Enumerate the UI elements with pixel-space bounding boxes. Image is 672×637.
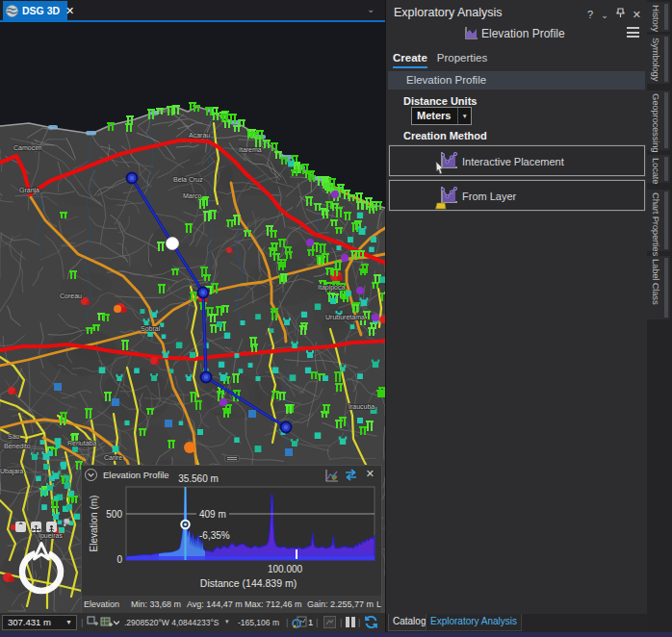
svg-text:Bela Cruz: Bela Cruz	[173, 176, 203, 183]
svg-text:Benedito: Benedito	[4, 443, 31, 449]
svg-text:Uruburetama: Uruburetama	[325, 314, 365, 320]
svg-text:100.000: 100.000	[268, 564, 303, 574]
svg-text:Marco: Marco	[183, 192, 202, 199]
svg-text:Acarau: Acarau	[189, 132, 210, 139]
svg-text:Granja: Granja	[19, 187, 39, 194]
svg-text:500: 500	[106, 509, 122, 520]
svg-text:Iraucuba: Iraucuba	[349, 403, 375, 410]
svg-text:Distance (144.839 m): Distance (144.839 m)	[200, 577, 297, 589]
svg-text:Camocim: Camocim	[13, 144, 42, 151]
svg-text:409 m: 409 m	[199, 509, 226, 520]
svg-text:Sao: Sao	[8, 433, 20, 440]
svg-text:Ubajara: Ubajara	[0, 468, 24, 475]
svg-text:Reriutaba: Reriutaba	[67, 440, 96, 446]
svg-text:-6,35%: -6,35%	[199, 530, 230, 541]
svg-text:Itarema: Itarema	[239, 146, 262, 153]
svg-text:Elevation (m): Elevation (m)	[89, 496, 99, 552]
svg-text:35.560 m: 35.560 m	[178, 474, 219, 484]
svg-text:0: 0	[116, 554, 122, 565]
svg-text:Itapipoca: Itapipoca	[318, 284, 346, 292]
svg-text:Sobral: Sobral	[141, 325, 161, 332]
svg-text:Carire: Carire	[104, 454, 122, 461]
svg-text:Coreau: Coreau	[60, 293, 82, 299]
